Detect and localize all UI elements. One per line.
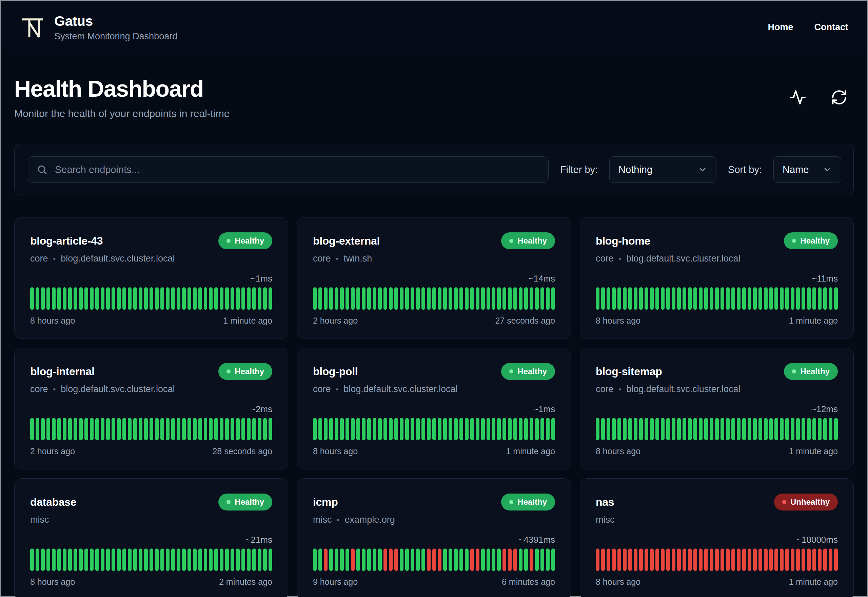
uptime-bar[interactable]: [492, 287, 495, 310]
uptime-bar[interactable]: [607, 287, 610, 310]
uptime-bar[interactable]: [160, 418, 164, 440]
uptime-bar[interactable]: [57, 287, 61, 310]
uptime-bar[interactable]: [737, 287, 741, 310]
sort-select[interactable]: Name: [773, 156, 841, 183]
uptime-bar[interactable]: [753, 418, 757, 440]
uptime-bar[interactable]: [780, 287, 784, 310]
uptime-bar[interactable]: [807, 287, 811, 310]
uptime-bar[interactable]: [818, 287, 822, 310]
uptime-bar[interactable]: [639, 287, 643, 310]
uptime-bar[interactable]: [502, 548, 506, 571]
endpoint-card[interactable]: blog-sitemap Healthy core • blog.default…: [580, 348, 854, 469]
uptime-bar[interactable]: [268, 418, 272, 440]
uptime-bar[interactable]: [241, 418, 245, 440]
uptime-bar[interactable]: [704, 287, 708, 310]
uptime-bar[interactable]: [650, 548, 654, 571]
uptime-bar[interactable]: [715, 418, 719, 440]
uptime-bar[interactable]: [465, 287, 469, 310]
uptime-bar[interactable]: [530, 548, 533, 571]
uptime-bar[interactable]: [144, 287, 148, 310]
uptime-bar[interactable]: [400, 287, 403, 310]
uptime-bar[interactable]: [742, 418, 746, 440]
uptime-bar[interactable]: [188, 418, 191, 440]
uptime-bar[interactable]: [133, 418, 137, 440]
uptime-bar[interactable]: [150, 287, 153, 310]
uptime-bar[interactable]: [101, 548, 104, 571]
uptime-bar[interactable]: [769, 548, 773, 571]
uptime-bar[interactable]: [801, 287, 805, 310]
uptime-bar[interactable]: [438, 287, 441, 310]
uptime-bar[interactable]: [596, 418, 600, 440]
uptime-bar[interactable]: [160, 548, 164, 571]
uptime-bar[interactable]: [117, 548, 121, 571]
uptime-bar[interactable]: [198, 548, 202, 571]
uptime-bar[interactable]: [459, 418, 463, 440]
uptime-bar[interactable]: [394, 548, 398, 571]
uptime-bar[interactable]: [41, 418, 45, 440]
uptime-bar[interactable]: [731, 418, 735, 440]
uptime-bar[interactable]: [68, 287, 72, 310]
uptime-bar[interactable]: [133, 287, 137, 310]
uptime-bar[interactable]: [487, 418, 490, 440]
uptime-bar[interactable]: [710, 548, 713, 571]
uptime-bar[interactable]: [166, 418, 170, 440]
uptime-bar[interactable]: [155, 548, 158, 571]
uptime-bar[interactable]: [541, 548, 544, 571]
uptime-bar[interactable]: [335, 418, 338, 440]
uptime-bar[interactable]: [519, 287, 523, 310]
uptime-bar[interactable]: [198, 418, 202, 440]
uptime-bar[interactable]: [812, 418, 816, 440]
uptime-bar[interactable]: [829, 287, 832, 310]
nav-home[interactable]: Home: [768, 22, 793, 33]
uptime-bar[interactable]: [546, 418, 550, 440]
uptime-bar[interactable]: [644, 418, 648, 440]
uptime-bar[interactable]: [421, 418, 425, 440]
uptime-bar[interactable]: [465, 418, 469, 440]
uptime-bar[interactable]: [57, 418, 61, 440]
uptime-bar[interactable]: [758, 418, 762, 440]
uptime-bar[interactable]: [764, 418, 768, 440]
uptime-bar[interactable]: [95, 287, 99, 310]
uptime-bar[interactable]: [443, 548, 447, 571]
uptime-bar[interactable]: [356, 548, 360, 571]
uptime-bar[interactable]: [764, 548, 768, 571]
uptime-bar[interactable]: [351, 418, 355, 440]
uptime-bar[interactable]: [639, 548, 643, 571]
uptime-bar[interactable]: [351, 548, 355, 571]
uptime-bar[interactable]: [150, 548, 153, 571]
endpoint-card[interactable]: blog-article-43 Healthy core • blog.defa…: [14, 217, 288, 339]
uptime-bar[interactable]: [780, 418, 784, 440]
uptime-bar[interactable]: [519, 548, 523, 571]
uptime-bar[interactable]: [351, 287, 355, 310]
uptime-bar[interactable]: [834, 418, 838, 440]
uptime-bar[interactable]: [378, 548, 382, 571]
uptime-bar[interactable]: [454, 287, 458, 310]
uptime-bar[interactable]: [519, 418, 523, 440]
endpoint-card[interactable]: icmp Healthy misc • example.org ~4391ms …: [297, 478, 571, 597]
uptime-bar[interactable]: [111, 287, 115, 310]
uptime-bar[interactable]: [410, 548, 414, 571]
uptime-bar[interactable]: [623, 287, 627, 310]
uptime-bar[interactable]: [753, 548, 757, 571]
uptime-bar[interactable]: [683, 418, 686, 440]
uptime-bar[interactable]: [470, 287, 474, 310]
uptime-bar[interactable]: [481, 548, 485, 571]
uptime-bar[interactable]: [623, 418, 627, 440]
uptime-bar[interactable]: [812, 548, 816, 571]
uptime-bar[interactable]: [618, 548, 621, 571]
uptime-bar[interactable]: [236, 418, 240, 440]
uptime-bar[interactable]: [791, 548, 794, 571]
uptime-bar[interactable]: [117, 287, 121, 310]
uptime-bar[interactable]: [818, 548, 822, 571]
uptime-bar[interactable]: [394, 418, 398, 440]
uptime-bar[interactable]: [198, 287, 202, 310]
uptime-bar[interactable]: [410, 418, 414, 440]
uptime-bar[interactable]: [171, 418, 175, 440]
uptime-bar[interactable]: [252, 287, 256, 310]
uptime-bar[interactable]: [596, 548, 600, 571]
uptime-bar[interactable]: [36, 287, 39, 310]
uptime-bar[interactable]: [367, 287, 371, 310]
uptime-bar[interactable]: [449, 287, 452, 310]
endpoint-card[interactable]: nas Unhealthy misc ~10000ms 8 hours ago …: [580, 478, 854, 597]
uptime-bar[interactable]: [416, 287, 420, 310]
